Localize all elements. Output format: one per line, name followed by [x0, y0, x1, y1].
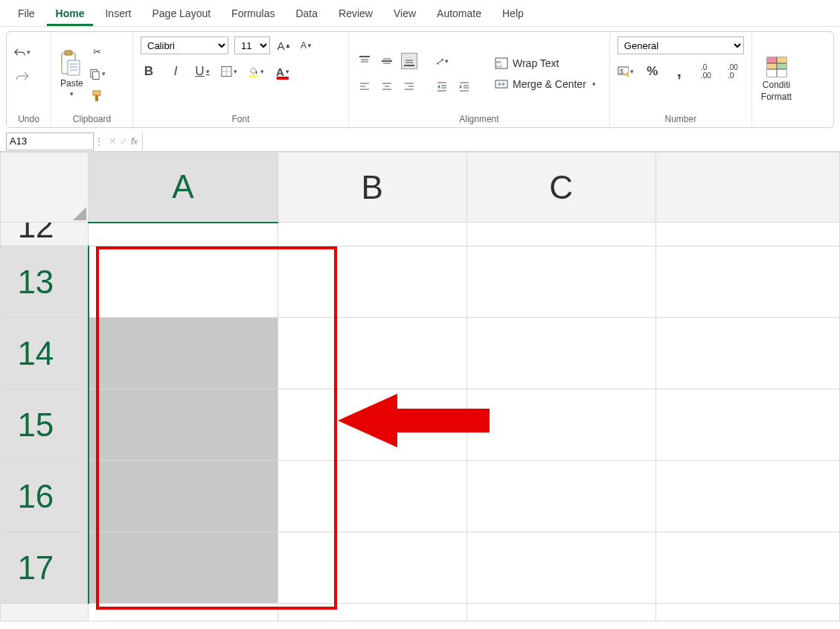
paste-icon: [60, 50, 83, 77]
tab-file[interactable]: File: [9, 1, 44, 26]
decrease-indent-button[interactable]: [434, 78, 450, 95]
tab-automate[interactable]: Automate: [428, 1, 490, 26]
group-font: Calibri 11 A▲ A▼ B I U A: [133, 32, 349, 127]
merge-icon: [495, 78, 508, 90]
align-center-icon: [381, 80, 393, 92]
enter-formula-button[interactable]: ✓: [120, 135, 128, 147]
increase-decimal-icon: .0.00: [701, 63, 711, 80]
orientation-button[interactable]: ⤢: [434, 53, 450, 69]
align-left-button[interactable]: [356, 78, 373, 95]
tab-review[interactable]: Review: [330, 1, 382, 26]
cell-C15[interactable]: [467, 389, 655, 461]
row-header-13[interactable]: 13: [1, 246, 89, 318]
column-header-C[interactable]: C: [467, 153, 655, 223]
tab-view[interactable]: View: [385, 1, 425, 26]
comma-button[interactable]: ,: [671, 63, 687, 80]
row-header-18[interactable]: [1, 604, 89, 622]
cell-D14[interactable]: [655, 318, 839, 389]
cell-B15[interactable]: [278, 389, 467, 461]
accounting-format-button[interactable]: $: [618, 63, 634, 80]
row-header-12[interactable]: 12: [1, 223, 89, 246]
cell-D13[interactable]: [655, 246, 839, 318]
cell-A13[interactable]: [89, 246, 278, 318]
cell-C13[interactable]: [467, 246, 655, 318]
cell-A17[interactable]: [89, 532, 278, 604]
italic-button[interactable]: I: [167, 63, 184, 80]
fill-color-button[interactable]: [248, 63, 264, 80]
tab-home[interactable]: Home: [47, 1, 94, 26]
cell-D15[interactable]: [655, 389, 839, 461]
cell-D12[interactable]: [655, 223, 839, 246]
align-bottom-button[interactable]: [401, 53, 417, 69]
copy-button[interactable]: [89, 66, 106, 82]
row-header-14[interactable]: 14: [1, 318, 89, 389]
align-center-button[interactable]: [379, 78, 395, 95]
percent-button[interactable]: %: [644, 63, 661, 80]
column-header-A[interactable]: A: [89, 153, 278, 223]
row-header-15[interactable]: 15: [1, 389, 89, 461]
wrap-text-button[interactable]: abc↲ Wrap Text: [489, 55, 565, 71]
tab-insert[interactable]: Insert: [96, 1, 140, 26]
cell-A14[interactable]: [89, 318, 278, 389]
cell-A12[interactable]: [89, 223, 278, 246]
cell-A16[interactable]: [89, 461, 278, 532]
format-painter-button[interactable]: [89, 88, 106, 104]
cell-C16[interactable]: [467, 461, 655, 532]
number-format-select[interactable]: General: [618, 36, 744, 54]
cell-C18[interactable]: [467, 604, 655, 622]
group-alignment: ⤢ abc↲ Wrap Text Merge & Center Alignmen…: [349, 32, 610, 127]
cell-D16[interactable]: [655, 461, 839, 532]
underline-button[interactable]: U: [194, 63, 211, 80]
increase-indent-button[interactable]: [456, 78, 472, 95]
formula-input[interactable]: [142, 132, 840, 150]
merge-center-label: Merge & Center: [513, 78, 586, 90]
tab-data[interactable]: Data: [286, 1, 327, 26]
cut-button[interactable]: ✂: [89, 43, 106, 60]
cell-A15[interactable]: [89, 389, 278, 461]
decrease-font-button[interactable]: A▼: [298, 37, 315, 54]
merge-center-button[interactable]: Merge & Center: [489, 76, 602, 92]
fill-color-icon: [248, 65, 259, 78]
tab-page-layout[interactable]: Page Layout: [143, 1, 219, 26]
undo-button[interactable]: [14, 44, 31, 60]
row-header-16[interactable]: 16: [1, 461, 89, 532]
cell-B17[interactable]: [278, 532, 467, 604]
increase-decimal-button[interactable]: .0.00: [698, 63, 714, 80]
align-middle-button[interactable]: [379, 53, 395, 69]
bold-button[interactable]: B: [141, 63, 157, 80]
insert-function-button[interactable]: fx: [131, 135, 138, 147]
cell-A18[interactable]: [89, 604, 278, 622]
decrease-decimal-button[interactable]: .00.0: [725, 63, 741, 80]
cell-B18[interactable]: [278, 604, 467, 622]
cell-C14[interactable]: [467, 318, 655, 389]
cell-B14[interactable]: [278, 318, 467, 389]
tab-help[interactable]: Help: [493, 1, 533, 26]
cancel-formula-button[interactable]: ✕: [109, 135, 117, 147]
row-header-17[interactable]: 17: [1, 532, 89, 604]
namebox-resize[interactable]: ⋮: [94, 136, 104, 147]
cell-B12[interactable]: [278, 223, 467, 246]
cell-C17[interactable]: [467, 532, 655, 604]
paste-button[interactable]: Paste ▾: [59, 48, 85, 99]
redo-button[interactable]: [14, 68, 31, 84]
increase-font-button[interactable]: A▲: [276, 37, 292, 54]
column-header-edge[interactable]: [655, 153, 839, 223]
conditional-formatting-button[interactable]: Conditi Formatt: [760, 54, 793, 103]
name-box[interactable]: [6, 132, 94, 150]
cell-C12[interactable]: [467, 223, 655, 246]
cell-D18[interactable]: [655, 604, 839, 622]
conditional-formatting-icon: [766, 56, 788, 78]
align-right-button[interactable]: [401, 78, 417, 95]
cell-B16[interactable]: [278, 461, 467, 532]
font-color-button[interactable]: A: [275, 63, 291, 80]
align-top-button[interactable]: [356, 53, 373, 69]
tab-formulas[interactable]: Formulas: [222, 1, 283, 26]
font-size-select[interactable]: 11: [234, 36, 270, 54]
select-all-corner[interactable]: [1, 153, 89, 223]
cell-D17[interactable]: [655, 532, 839, 604]
column-header-B[interactable]: B: [278, 153, 467, 223]
worksheet-grid[interactable]: A B C 12 13 14 15 16 17: [0, 152, 840, 622]
font-name-select[interactable]: Calibri: [141, 36, 228, 54]
borders-button[interactable]: [221, 63, 237, 80]
cell-B13[interactable]: [278, 246, 467, 318]
